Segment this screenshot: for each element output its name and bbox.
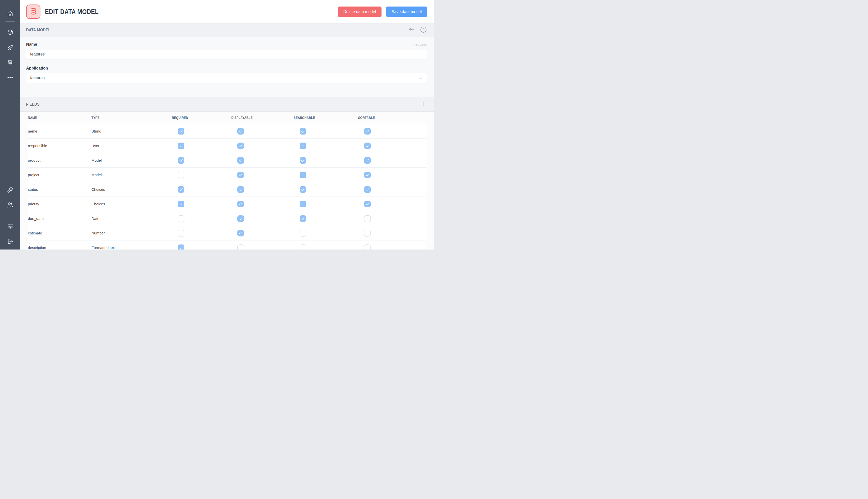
help-icon[interactable] <box>420 26 427 34</box>
checkbox-searchable-checked[interactable] <box>300 157 306 164</box>
displayable-cell <box>231 157 293 164</box>
sortable-cell <box>358 128 426 135</box>
sidebar-item-users[interactable] <box>5 200 15 210</box>
sidebar-item-more[interactable] <box>5 73 15 83</box>
users-icon <box>7 202 14 209</box>
plus-icon[interactable] <box>420 100 427 108</box>
required-cell <box>172 186 231 193</box>
checkbox-displayable-checked[interactable] <box>237 230 244 236</box>
data-model-section-header: DATA MODEL <box>20 23 434 37</box>
checkbox-searchable-checked[interactable] <box>300 186 306 193</box>
field-name-cell: responsible <box>28 144 92 148</box>
column-header-type: TYPE <box>92 116 99 120</box>
checkbox-displayable-unchecked[interactable] <box>237 244 244 250</box>
checkbox-sortable-checked[interactable] <box>364 143 371 149</box>
signpost-icon <box>7 59 14 67</box>
page-title: EDIT DATA MODEL <box>45 8 99 16</box>
required-cell <box>172 143 231 149</box>
displayable-cell <box>231 143 293 149</box>
sidebar-item-directions[interactable] <box>5 58 15 68</box>
field-type-cell: User <box>92 144 172 148</box>
displayable-cell <box>231 215 293 222</box>
field-name-cell: description <box>28 245 92 250</box>
checkbox-sortable-unchecked[interactable] <box>364 230 371 236</box>
sortable-cell <box>358 201 426 207</box>
displayable-cell <box>231 186 293 193</box>
searchable-cell <box>293 201 358 207</box>
checkbox-sortable-checked[interactable] <box>364 172 371 178</box>
sidebar-item-tools[interactable] <box>5 185 15 195</box>
field-type-cell: Number <box>92 231 172 235</box>
sortable-cell <box>358 172 426 178</box>
field-name-cell: status <box>28 187 92 192</box>
searchable-cell <box>293 128 358 135</box>
field-type-cell: Date <box>92 216 172 221</box>
checkbox-searchable-checked[interactable] <box>300 128 306 135</box>
checkbox-displayable-checked[interactable] <box>237 172 244 178</box>
checkbox-searchable-checked[interactable] <box>300 215 306 222</box>
checkbox-searchable-unchecked[interactable] <box>300 244 306 250</box>
checkbox-sortable-checked[interactable] <box>364 201 371 207</box>
checkbox-required-unchecked[interactable] <box>178 172 184 178</box>
checkbox-searchable-unchecked[interactable] <box>300 230 306 236</box>
checkbox-displayable-checked[interactable] <box>237 186 244 193</box>
searchable-cell <box>293 215 358 222</box>
sidebar-item-home[interactable] <box>5 9 15 19</box>
checkbox-required-unchecked[interactable] <box>178 215 184 222</box>
name-label: Name <box>26 42 37 47</box>
checkbox-searchable-checked[interactable] <box>300 143 306 149</box>
chevron-down-icon <box>419 75 424 82</box>
checkbox-sortable-unchecked[interactable] <box>364 244 371 250</box>
name-input[interactable] <box>26 49 427 59</box>
checkbox-sortable-checked[interactable] <box>364 186 371 193</box>
app-window: EDIT DATA MODEL Delete data model Save d… <box>0 0 434 250</box>
sidebar-item-models[interactable] <box>5 28 15 38</box>
save-data-model-button[interactable]: Save data model <box>386 7 427 17</box>
checkbox-displayable-checked[interactable] <box>237 143 244 149</box>
checkbox-required-checked[interactable] <box>178 157 184 164</box>
back-arrow-icon[interactable] <box>408 26 415 34</box>
searchable-cell <box>293 186 358 193</box>
more-ellipsis-icon <box>7 74 14 82</box>
searchable-cell <box>293 157 358 164</box>
checkbox-displayable-checked[interactable] <box>237 215 244 222</box>
checkbox-searchable-checked[interactable] <box>300 201 306 207</box>
page-header: EDIT DATA MODEL Delete data model Save d… <box>20 0 434 23</box>
sidebar <box>0 0 20 250</box>
checkbox-sortable-unchecked[interactable] <box>364 215 371 222</box>
data-model-badge <box>26 4 40 19</box>
checkbox-sortable-checked[interactable] <box>364 128 371 135</box>
delete-data-model-button[interactable]: Delete data model <box>338 7 382 17</box>
checkbox-displayable-checked[interactable] <box>237 157 244 164</box>
checkbox-required-checked[interactable] <box>178 201 184 207</box>
fields-table: NAME TYPE REQUIRED DISPLAYABLE SEARCHABL… <box>20 112 434 250</box>
checkbox-searchable-checked[interactable] <box>300 172 306 178</box>
checkbox-required-checked[interactable] <box>178 143 184 149</box>
checkbox-required-unchecked[interactable] <box>178 230 184 236</box>
field-name-cell: name <box>28 129 92 133</box>
data-model-form: Name required Application features <box>20 37 434 97</box>
required-cell <box>172 201 231 207</box>
field-type-cell: Model <box>92 173 172 177</box>
field-type-cell: Formatted text <box>92 245 172 250</box>
sidebar-item-launch[interactable] <box>5 43 15 53</box>
table-row: estimateNumber <box>28 226 426 241</box>
sidebar-item-settings[interactable] <box>5 222 15 232</box>
searchable-cell <box>293 244 358 250</box>
checkbox-sortable-checked[interactable] <box>364 157 371 164</box>
rocket-icon <box>7 44 14 52</box>
checkbox-required-checked[interactable] <box>178 244 184 250</box>
application-select[interactable]: features <box>26 73 427 83</box>
field-name-cell: estimate <box>28 231 92 235</box>
checkbox-required-checked[interactable] <box>178 186 184 193</box>
searchable-cell <box>293 172 358 178</box>
fields-table-body: nameStringresponsibleUserproductModelpro… <box>28 124 426 250</box>
displayable-cell <box>231 172 293 178</box>
home-icon <box>7 10 14 18</box>
sortable-cell <box>358 230 426 236</box>
checkbox-required-checked[interactable] <box>178 128 184 135</box>
checkbox-displayable-checked[interactable] <box>237 128 244 135</box>
sidebar-item-logout[interactable] <box>5 237 15 247</box>
sortable-cell <box>358 157 426 164</box>
checkbox-displayable-checked[interactable] <box>237 201 244 207</box>
